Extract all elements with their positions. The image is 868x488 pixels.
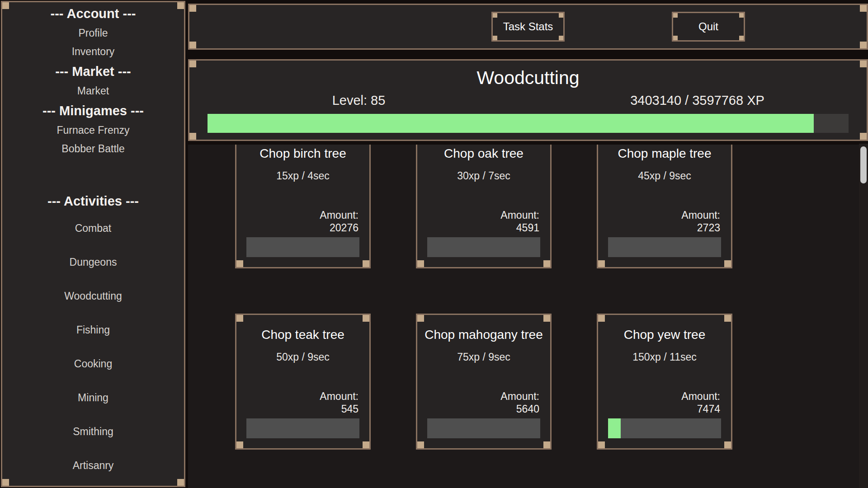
task-amount-value: 2723 — [598, 221, 720, 234]
sidebar-item-furnace-frenzy[interactable]: Furnace Frenzy — [2, 121, 184, 140]
sidebar-section-minigames: --- Minigames --- — [2, 100, 184, 121]
task-rate: 30xp / 7sec — [417, 170, 550, 182]
sidebar-item-cooking[interactable]: Cooking — [2, 347, 184, 381]
sidebar-item-combat[interactable]: Combat — [2, 211, 184, 245]
sidebar: --- Account --- Profile Inventory --- Ma… — [1, 1, 185, 487]
quit-button[interactable]: Quit — [672, 12, 745, 42]
task-amount-value: 4591 — [417, 221, 539, 234]
task-progress-bar — [608, 418, 721, 438]
sidebar-item-woodcutting[interactable]: Woodcutting — [2, 279, 184, 313]
sidebar-item-artisanry[interactable]: Artisanry — [2, 449, 184, 483]
skill-title: Woodcutting — [189, 67, 867, 89]
sidebar-section-market: --- Market --- — [2, 61, 184, 82]
task-amount: Amount: 20276 — [236, 209, 369, 234]
sidebar-item-dungeons[interactable]: Dungeons — [2, 245, 184, 279]
task-amount-label: Amount: — [598, 390, 720, 403]
task-amount-label: Amount: — [417, 390, 539, 403]
task-card-chop-yew-tree[interactable]: Chop yew tree 150xp / 11sec Amount: 7474 — [597, 314, 732, 450]
skill-stats-row: Level: 85 3403140 / 3597768 XP — [189, 93, 867, 108]
sidebar-section-account: --- Account --- — [2, 3, 184, 24]
task-card-chop-oak-tree[interactable]: Chop oak tree 30xp / 7sec Amount: 4591 — [416, 145, 552, 268]
task-title: Chop maple tree — [598, 146, 731, 161]
task-card-chop-birch-tree[interactable]: Chop birch tree 15xp / 4sec Amount: 2027… — [235, 145, 371, 268]
task-grid: Chop birch tree 15xp / 4sec Amount: 2027… — [188, 145, 859, 450]
task-amount-value: 5640 — [417, 403, 539, 415]
task-progress-fill — [608, 418, 621, 438]
task-amount: Amount: 7474 — [598, 390, 731, 415]
task-amount-label: Amount: — [417, 209, 539, 221]
task-progress-bar — [246, 418, 359, 438]
task-amount-label: Amount: — [236, 390, 359, 403]
sidebar-item-inventory[interactable]: Inventory — [2, 42, 184, 61]
task-stats-button[interactable]: Task Stats — [491, 12, 565, 42]
task-amount: Amount: 5640 — [417, 390, 550, 415]
task-grid-area: Chop birch tree 15xp / 4sec Amount: 2027… — [188, 145, 859, 488]
sidebar-section-activities: --- Activities --- — [2, 191, 184, 211]
task-card-chop-maple-tree[interactable]: Chop maple tree 45xp / 9sec Amount: 2723 — [597, 145, 732, 268]
task-title: Chop oak tree — [417, 146, 550, 161]
skill-level-label: Level: 85 — [189, 93, 528, 108]
scrollbar-thumb[interactable] — [860, 146, 867, 183]
task-title: Chop mahogany tree — [417, 328, 550, 342]
task-rate: 50xp / 9sec — [236, 351, 369, 363]
task-amount-label: Amount: — [236, 209, 359, 221]
task-amount: Amount: 4591 — [417, 209, 550, 234]
scrollbar-track[interactable] — [859, 144, 868, 488]
task-progress-bar — [427, 237, 540, 257]
sidebar-item-smithing[interactable]: Smithing — [2, 415, 184, 449]
task-title: Chop yew tree — [598, 328, 731, 342]
task-progress-bar — [608, 237, 721, 257]
xp-progress-bar — [208, 114, 849, 133]
task-rate: 150xp / 11sec — [598, 351, 731, 363]
task-progress-bar — [427, 418, 540, 438]
task-rate: 75xp / 9sec — [417, 351, 550, 363]
task-rate: 15xp / 4sec — [236, 170, 369, 182]
task-amount: Amount: 2723 — [598, 209, 731, 234]
task-progress-bar — [246, 237, 359, 257]
sidebar-item-fishing[interactable]: Fishing — [2, 313, 184, 347]
top-bar: Task Stats Quit — [188, 4, 868, 50]
skill-xp-label: 3403140 / 3597768 XP — [528, 93, 867, 108]
task-title: Chop teak tree — [236, 328, 369, 342]
task-card-chop-mahogany-tree[interactable]: Chop mahogany tree 75xp / 9sec Amount: 5… — [416, 314, 552, 450]
sidebar-item-market[interactable]: Market — [2, 82, 184, 100]
task-rate: 45xp / 9sec — [598, 170, 731, 182]
skill-header-panel: Woodcutting Level: 85 3403140 / 3597768 … — [188, 59, 868, 141]
task-title: Chop birch tree — [236, 146, 369, 161]
task-amount-label: Amount: — [598, 209, 720, 221]
sidebar-item-profile[interactable]: Profile — [2, 24, 184, 42]
task-card-chop-teak-tree[interactable]: Chop teak tree 50xp / 9sec Amount: 545 — [235, 314, 371, 450]
task-amount: Amount: 545 — [236, 390, 369, 415]
xp-progress-fill — [208, 114, 814, 133]
task-amount-value: 545 — [236, 403, 359, 415]
sidebar-item-mining[interactable]: Mining — [2, 381, 184, 415]
sidebar-item-bobber-battle[interactable]: Bobber Battle — [2, 140, 184, 158]
task-amount-value: 20276 — [236, 221, 359, 234]
task-amount-value: 7474 — [598, 403, 720, 415]
